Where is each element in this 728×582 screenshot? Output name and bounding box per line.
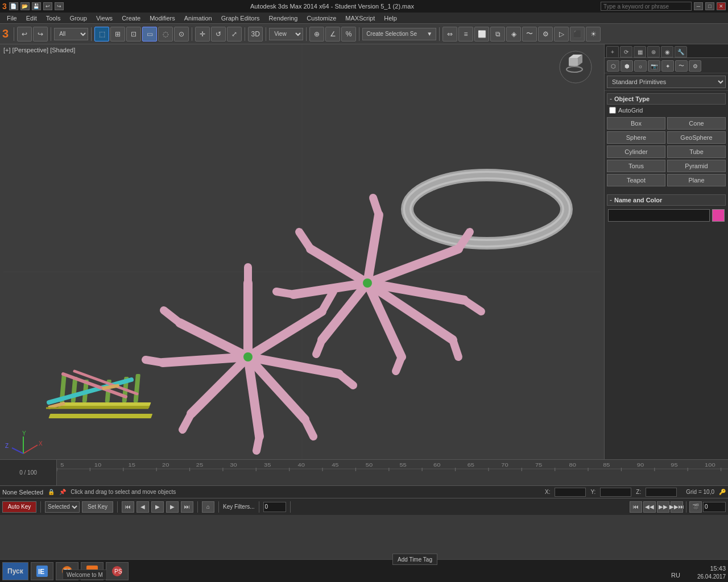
- z-input[interactable]: [646, 488, 677, 497]
- scale-btn[interactable]: ⤢: [227, 27, 242, 41]
- prev-frame-btn[interactable]: ◀: [136, 501, 149, 513]
- systems-tab[interactable]: ⚙: [689, 60, 701, 72]
- x-input[interactable]: [555, 488, 586, 497]
- autogrid-checkbox[interactable]: [609, 107, 616, 114]
- render-anim-btn[interactable]: 🎬: [689, 501, 702, 513]
- time-btn4[interactable]: ▶▶⏭: [671, 501, 683, 513]
- time-btn1[interactable]: ⏮: [630, 501, 642, 513]
- tab-motion[interactable]: ⊛: [647, 46, 660, 57]
- teapot-btn[interactable]: Teapot: [607, 174, 665, 186]
- primitive-type-dropdown[interactable]: Standard Primitives: [607, 76, 726, 88]
- tab-utilities[interactable]: 🔧: [675, 46, 687, 57]
- viewport-compass[interactable]: [559, 50, 593, 84]
- menu-animation[interactable]: Animation: [180, 14, 217, 23]
- pyramid-btn[interactable]: Pyramid: [667, 160, 726, 172]
- next-frame-btn[interactable]: ▶: [166, 501, 179, 513]
- select-btn[interactable]: ⬚: [94, 27, 109, 41]
- name-color-header[interactable]: - Name and Color: [607, 194, 726, 206]
- minimize-btn[interactable]: ─: [694, 2, 703, 10]
- menu-file[interactable]: File: [2, 14, 22, 23]
- render-setup-btn[interactable]: ⚙: [538, 27, 553, 41]
- cameras-tab[interactable]: 📷: [648, 60, 660, 72]
- lasso-btn[interactable]: ◌: [158, 27, 173, 41]
- save-btn[interactable]: 💾: [32, 2, 41, 10]
- timeline-range[interactable]: 0 / 100: [0, 460, 57, 485]
- rotate-btn[interactable]: ↺: [211, 27, 226, 41]
- frame-count-input[interactable]: [703, 502, 726, 512]
- menu-modifiers[interactable]: Modifiers: [145, 14, 180, 23]
- time-btn3[interactable]: ▶▶: [657, 501, 669, 513]
- menu-rendering[interactable]: Rendering: [264, 14, 303, 23]
- frame-input[interactable]: [263, 502, 286, 512]
- paint-select-btn[interactable]: ⊙: [174, 27, 189, 41]
- geometry-tab[interactable]: ⬡: [607, 60, 619, 72]
- menu-views[interactable]: Views: [92, 14, 117, 23]
- timeline-track[interactable]: 5 10 15 20 25 30 35 40 45 50 55 60 65 70…: [57, 460, 728, 485]
- render-frame-btn[interactable]: ⬛: [570, 27, 585, 41]
- redo-toolbar-btn[interactable]: ↪: [33, 27, 48, 41]
- snap-btn[interactable]: ⊕: [309, 27, 324, 41]
- angle-snap-btn[interactable]: ∠: [325, 27, 340, 41]
- object-type-header[interactable]: - Object Type: [607, 93, 726, 105]
- active-shade-btn[interactable]: ☀: [586, 27, 601, 41]
- lights-tab[interactable]: ☼: [634, 60, 647, 72]
- spacewarps-tab[interactable]: 〜: [675, 60, 688, 72]
- y-input[interactable]: [600, 488, 631, 497]
- tab-modify[interactable]: ⟳: [620, 46, 632, 57]
- window-crossing-btn[interactable]: ⊡: [126, 27, 141, 41]
- view-dropdown[interactable]: View: [269, 28, 303, 40]
- menu-create[interactable]: Create: [117, 14, 145, 23]
- select-region-btn[interactable]: ⊞: [110, 27, 125, 41]
- tab-create[interactable]: +: [606, 46, 619, 57]
- open-btn[interactable]: 📂: [20, 2, 30, 10]
- object-name-input[interactable]: [608, 209, 710, 222]
- taskbar-app1[interactable]: IE: [31, 562, 53, 580]
- menu-help[interactable]: Help: [379, 14, 402, 23]
- create-selection-btn[interactable]: Create Selection Se ▼: [362, 28, 436, 40]
- percent-snap-btn[interactable]: %: [341, 27, 356, 41]
- mirror-btn[interactable]: ⇔: [442, 27, 457, 41]
- go-start-btn[interactable]: ⏮: [122, 501, 134, 513]
- key-mode-btn[interactable]: ⌂: [202, 501, 214, 513]
- taskbar-app4[interactable]: PS: [106, 562, 129, 580]
- menu-group[interactable]: Group: [65, 14, 92, 23]
- tab-hierarchy[interactable]: ▦: [634, 46, 646, 57]
- selected-dropdown[interactable]: Selected: [45, 501, 80, 513]
- layer-btn[interactable]: ⬜: [474, 27, 489, 41]
- viewport[interactable]: [+] [Perspective] [Shaded]: [0, 44, 604, 459]
- menu-graph-editors[interactable]: Graph Editors: [217, 14, 264, 23]
- plane-btn[interactable]: Plane: [667, 174, 726, 186]
- render-btn[interactable]: ▷: [554, 27, 569, 41]
- tab-display[interactable]: ◉: [661, 46, 673, 57]
- go-end-btn[interactable]: ⏭: [181, 501, 193, 513]
- close-btn[interactable]: ✕: [717, 2, 726, 10]
- set-key-btn[interactable]: Set Key: [82, 501, 113, 513]
- shapes-tab[interactable]: ⬢: [621, 60, 633, 72]
- play-btn[interactable]: ▶: [151, 501, 164, 513]
- menu-edit[interactable]: Edit: [22, 14, 42, 23]
- filter-dropdown[interactable]: All: [54, 28, 88, 40]
- cylinder-btn[interactable]: Cylinder: [607, 146, 665, 158]
- tube-btn[interactable]: Tube: [667, 146, 726, 158]
- rect-select-btn[interactable]: ▭: [142, 27, 157, 41]
- undo-btn[interactable]: ↩: [43, 2, 52, 10]
- start-button[interactable]: Пуск: [2, 562, 28, 580]
- align-btn[interactable]: ≡: [458, 27, 473, 41]
- menu-tools[interactable]: Tools: [42, 14, 65, 23]
- box-btn[interactable]: Box: [607, 117, 665, 130]
- curve-editor-btn[interactable]: 〜: [522, 27, 537, 41]
- redo-btn[interactable]: ↪: [55, 2, 64, 10]
- move-btn[interactable]: ✛: [195, 27, 210, 41]
- time-btn2[interactable]: ◀◀: [643, 501, 656, 513]
- color-swatch[interactable]: [712, 209, 725, 222]
- menu-maxscript[interactable]: MAXScript: [341, 14, 379, 23]
- menu-customize[interactable]: Customize: [302, 14, 341, 23]
- cone-btn[interactable]: Cone: [667, 117, 726, 130]
- material-btn[interactable]: ◈: [506, 27, 521, 41]
- coord-btn[interactable]: 3D: [248, 27, 263, 41]
- undo-toolbar-btn[interactable]: ↩: [17, 27, 32, 41]
- add-time-tag-btn[interactable]: Add Time Tag: [392, 554, 437, 565]
- new-btn[interactable]: 📄: [9, 2, 18, 10]
- auto-key-btn[interactable]: Auto Key: [2, 501, 36, 513]
- restore-btn[interactable]: □: [705, 2, 714, 10]
